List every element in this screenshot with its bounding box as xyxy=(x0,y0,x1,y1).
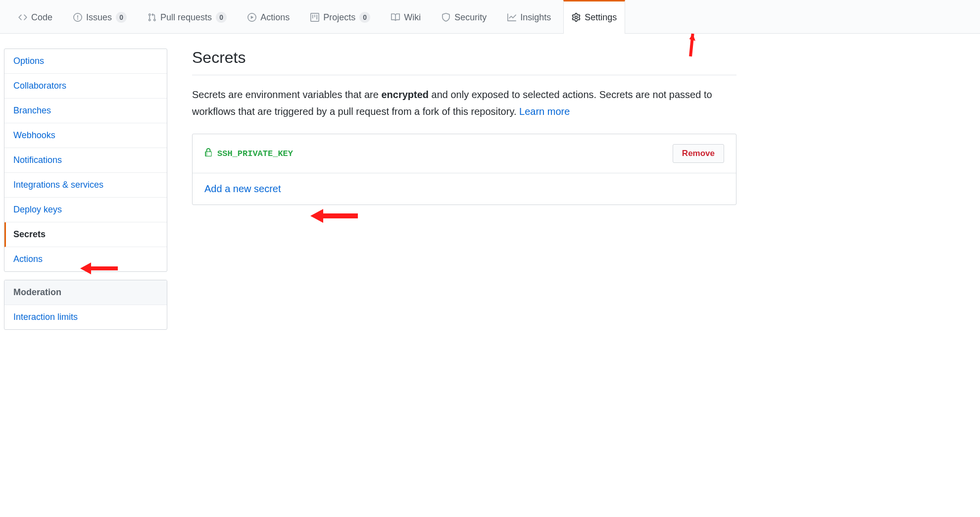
projects-count: 0 xyxy=(359,12,370,23)
sidebar-item-integrations[interactable]: Integrations & services xyxy=(4,173,167,198)
add-new-secret-link[interactable]: Add a new secret xyxy=(204,183,281,195)
play-icon xyxy=(247,13,256,22)
tab-label: Insights xyxy=(520,12,551,23)
code-icon xyxy=(18,13,27,22)
issues-count: 0 xyxy=(116,12,127,23)
tab-label: Actions xyxy=(260,12,290,23)
gear-icon xyxy=(572,13,581,22)
tab-projects[interactable]: Projects 0 xyxy=(302,0,379,34)
sidebar-item-branches[interactable]: Branches xyxy=(4,99,167,123)
tab-issues[interactable]: Issues 0 xyxy=(65,0,135,34)
tab-label: Issues xyxy=(86,12,112,23)
tab-pull-requests[interactable]: Pull requests 0 xyxy=(139,0,235,34)
tab-insights[interactable]: Insights xyxy=(499,0,559,34)
tab-label: Code xyxy=(31,12,52,23)
annotation-arrow-icon xyxy=(79,258,119,279)
add-secret-row: Add a new secret xyxy=(193,173,736,205)
repo-tablist: Code Issues 0 Pull requests 0 Actions Pr… xyxy=(0,0,980,34)
tab-wiki[interactable]: Wiki xyxy=(383,0,429,34)
tab-label: Wiki xyxy=(404,12,421,23)
settings-sidebar: Options Collaborators Branches Webhooks … xyxy=(4,49,167,338)
remove-secret-button[interactable]: Remove xyxy=(673,144,724,163)
moderation-heading: Moderation xyxy=(4,280,167,305)
main-content: Secrets Secrets are environment variable… xyxy=(192,49,736,338)
tab-label: Security xyxy=(454,12,487,23)
page-title: Secrets xyxy=(192,49,736,67)
tab-security[interactable]: Security xyxy=(433,0,495,34)
tab-code[interactable]: Code xyxy=(10,0,61,34)
sidebar-item-secrets[interactable]: Secrets xyxy=(4,222,167,247)
project-icon xyxy=(310,13,319,22)
annotation-arrow-icon xyxy=(309,205,359,227)
sidebar-item-notifications[interactable]: Notifications xyxy=(4,148,167,173)
sidebar-item-options[interactable]: Options xyxy=(4,49,167,74)
secret-row: SSH_PRIVATE_KEY Remove xyxy=(193,134,736,173)
git-pull-request-icon xyxy=(147,13,156,22)
sidebar-item-webhooks[interactable]: Webhooks xyxy=(4,123,167,148)
issue-opened-icon xyxy=(73,13,82,22)
secret-name: SSH_PRIVATE_KEY xyxy=(204,148,293,159)
tab-label: Pull requests xyxy=(160,12,212,23)
shield-icon xyxy=(441,13,450,22)
tab-label: Projects xyxy=(323,12,355,23)
book-icon xyxy=(391,13,400,22)
sidebar-item-interaction-limits[interactable]: Interaction limits xyxy=(4,305,167,329)
tab-settings[interactable]: Settings xyxy=(563,0,625,34)
moderation-menu: Moderation Interaction limits xyxy=(4,280,167,330)
tab-label: Settings xyxy=(585,12,617,23)
sidebar-item-deploy-keys[interactable]: Deploy keys xyxy=(4,198,167,222)
lock-icon xyxy=(204,148,212,159)
secrets-description: Secrets are environment variables that a… xyxy=(192,86,736,120)
sidebar-item-collaborators[interactable]: Collaborators xyxy=(4,74,167,99)
learn-more-link[interactable]: Learn more xyxy=(519,106,570,117)
settings-menu: Options Collaborators Branches Webhooks … xyxy=(4,49,167,272)
pulls-count: 0 xyxy=(216,12,227,23)
tab-actions[interactable]: Actions xyxy=(239,0,298,34)
secrets-box: SSH_PRIVATE_KEY Remove Add a new secret xyxy=(192,134,736,205)
secret-name-text: SSH_PRIVATE_KEY xyxy=(217,149,293,158)
graph-icon xyxy=(507,13,516,22)
